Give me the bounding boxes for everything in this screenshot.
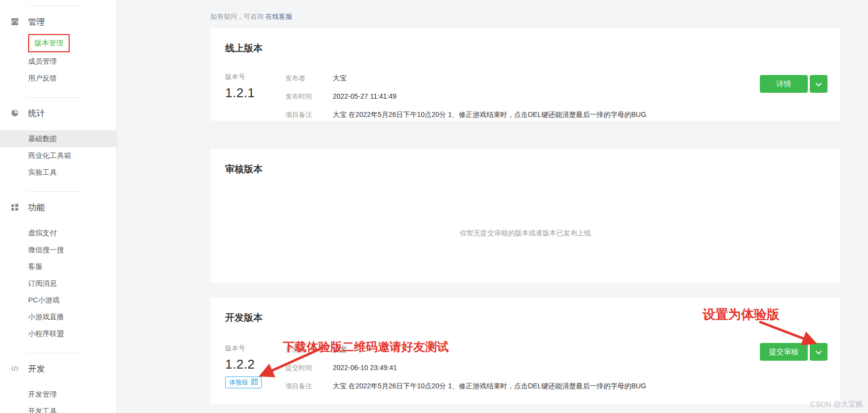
submit-review-dropdown-toggle[interactable] xyxy=(810,343,828,361)
online-version-fields: 发布者大宝 发布时间2022-05-27 11:41:49 项目备注大宝 在20… xyxy=(285,74,646,129)
sidebar-group-label: 统计 xyxy=(28,108,45,119)
help-text: 如有疑问，可咨询 xyxy=(210,13,264,20)
qr-code-icon xyxy=(251,378,258,386)
annotation-set-trial-tip: 设置为体验版 xyxy=(703,306,780,323)
sidebar-divider xyxy=(28,191,82,192)
version-block: 版本号 1.2.1 xyxy=(225,73,255,101)
card-title-online-version: 线上版本 xyxy=(225,42,263,55)
sidebar-item-dev-tools[interactable]: 开发工具 xyxy=(0,403,117,413)
help-bar: 如有疑问，可咨询 在线客服 xyxy=(210,0,840,21)
detail-button[interactable]: 详情 xyxy=(760,75,808,93)
main-area: 如有疑问，可咨询 在线客服 线上版本 版本号 1.2.1 发布者大宝 发布时间2… xyxy=(117,0,868,413)
version-number: 1.2.2 xyxy=(225,357,262,372)
sidebar-divider xyxy=(28,353,82,353)
sidebar-item-version-management[interactable]: 版本管理 xyxy=(0,33,117,53)
sidebar-item-member-management[interactable]: 成员管理 xyxy=(0,53,117,70)
sidebar-item-customer-service[interactable]: 客服 xyxy=(0,258,117,275)
version-label: 版本号 xyxy=(225,73,255,81)
card-title-review-version: 审核版本 xyxy=(225,163,263,176)
sidebar-item-basic-data[interactable]: 基础数据 xyxy=(0,130,117,147)
sidebar-group-management: 管理 xyxy=(0,14,117,29)
grid-icon xyxy=(11,203,19,211)
sidebar-item-user-feedback[interactable]: 用户反馈 xyxy=(0,70,117,86)
annotation-download-qr-tip: 下载体验版二维码邀请好友测试 xyxy=(283,339,449,355)
field-row-project-remark: 项目备注大宝 在2022年5月26日下午10点20分 1、修正游戏结束时，点击D… xyxy=(285,382,646,392)
sidebar-group-features: 功能 xyxy=(0,200,117,215)
sidebar-divider xyxy=(28,97,82,98)
content-column: 如有疑问，可咨询 在线客服 线上版本 版本号 1.2.1 发布者大宝 发布时间2… xyxy=(210,0,840,405)
dev-version-buttons: 提交审核 xyxy=(760,343,828,361)
version-block: 版本号 1.2.2 体验版 xyxy=(225,344,262,388)
sidebar-item-wechat-search[interactable]: 微信搜一搜 xyxy=(0,241,117,258)
sidebar-item-dev-management[interactable]: 开发管理 xyxy=(0,386,117,403)
sidebar-item-virtual-payment[interactable]: 虚拟支付 xyxy=(0,225,117,241)
sidebar-group-statistics: 统计 xyxy=(0,106,117,120)
field-row-submit-time: 提交时间2022-06-10 23:49:41 xyxy=(285,364,646,374)
chevron-down-icon xyxy=(815,80,822,88)
watermark-csdn: CSDN @大宝贱 xyxy=(810,400,863,409)
code-icon xyxy=(11,365,19,373)
field-row-project-remark: 项目备注大宝 在2022年5月26日下午10点20分 1、修正游戏结束时，点击D… xyxy=(285,111,646,120)
review-version-card: 审核版本 你暂无提交审核的版本或者版本已发布上线 xyxy=(210,149,840,283)
highlight-red-box: 版本管理 xyxy=(28,34,70,52)
pie-chart-icon xyxy=(11,109,19,117)
sidebar: 管理 版本管理 成员管理 用户反馈 统计 基础数据 商业化工具箱 实验工具 功能… xyxy=(0,0,117,413)
trial-version-badge[interactable]: 体验版 xyxy=(225,376,262,388)
detail-dropdown-toggle[interactable] xyxy=(810,75,828,93)
sidebar-item-subscribe-message[interactable]: 订阅消息 xyxy=(0,275,117,292)
submit-review-button[interactable]: 提交审核 xyxy=(760,343,808,361)
sidebar-item-commercial-toolbox[interactable]: 商业化工具箱 xyxy=(0,147,117,164)
card-title-dev-version: 开发版本 xyxy=(225,311,263,324)
field-row-publish-time: 发布时间2022-05-27 11:41:49 xyxy=(285,92,646,102)
chevron-down-icon xyxy=(815,348,822,356)
field-row-publisher: 发布者大宝 xyxy=(285,74,646,84)
online-version-card: 线上版本 版本号 1.2.1 发布者大宝 发布时间2022-05-27 11:4… xyxy=(210,28,840,121)
sidebar-divider xyxy=(28,6,82,6)
sidebar-item-miniprogram-alliance[interactable]: 小程序联盟 xyxy=(0,325,117,342)
version-label: 版本号 xyxy=(225,344,262,353)
inbox-icon xyxy=(11,18,19,26)
online-version-buttons: 详情 xyxy=(760,75,828,93)
sidebar-item-experiment-tools[interactable]: 实验工具 xyxy=(0,164,117,181)
version-number: 1.2.1 xyxy=(225,85,255,101)
sidebar-group-development: 开发 xyxy=(0,361,117,376)
online-service-link[interactable]: 在线客服 xyxy=(266,13,292,20)
sidebar-group-label: 管理 xyxy=(28,16,45,28)
sidebar-group-label: 开发 xyxy=(28,363,45,375)
sidebar-group-label: 功能 xyxy=(28,202,45,213)
sidebar-item-pc-minigame[interactable]: PC小游戏 xyxy=(0,292,117,308)
sidebar-item-minigame-live[interactable]: 小游戏直播 xyxy=(0,308,117,325)
review-empty-text: 你暂无提交审核的版本或者版本已发布上线 xyxy=(210,229,840,238)
